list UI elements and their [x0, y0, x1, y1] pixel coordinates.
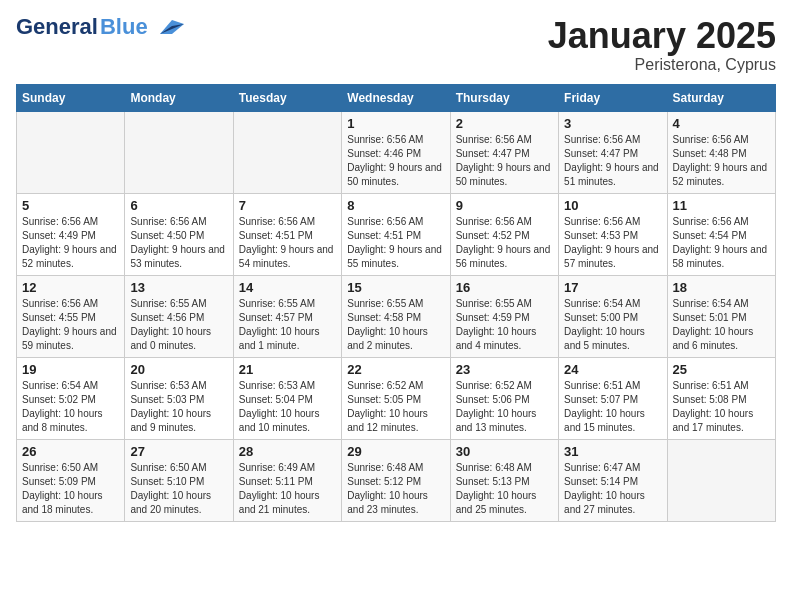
day-info: Sunrise: 6:47 AM Sunset: 5:14 PM Dayligh… [564, 461, 661, 517]
day-number: 10 [564, 198, 661, 213]
page-header: General Blue January 2025 Peristerona, C… [16, 16, 776, 74]
calendar-cell: 14Sunrise: 6:55 AM Sunset: 4:57 PM Dayli… [233, 275, 341, 357]
weekday-tuesday: Tuesday [233, 84, 341, 111]
calendar-cell: 30Sunrise: 6:48 AM Sunset: 5:13 PM Dayli… [450, 439, 558, 521]
day-info: Sunrise: 6:53 AM Sunset: 5:04 PM Dayligh… [239, 379, 336, 435]
calendar-cell: 9Sunrise: 6:56 AM Sunset: 4:52 PM Daylig… [450, 193, 558, 275]
day-info: Sunrise: 6:56 AM Sunset: 4:49 PM Dayligh… [22, 215, 119, 271]
day-info: Sunrise: 6:56 AM Sunset: 4:51 PM Dayligh… [347, 215, 444, 271]
day-info: Sunrise: 6:51 AM Sunset: 5:07 PM Dayligh… [564, 379, 661, 435]
day-number: 23 [456, 362, 553, 377]
calendar-week-2: 5Sunrise: 6:56 AM Sunset: 4:49 PM Daylig… [17, 193, 776, 275]
calendar-cell: 10Sunrise: 6:56 AM Sunset: 4:53 PM Dayli… [559, 193, 667, 275]
day-number: 24 [564, 362, 661, 377]
calendar-cell: 26Sunrise: 6:50 AM Sunset: 5:09 PM Dayli… [17, 439, 125, 521]
title-block: January 2025 Peristerona, Cyprus [548, 16, 776, 74]
day-info: Sunrise: 6:56 AM Sunset: 4:53 PM Dayligh… [564, 215, 661, 271]
day-info: Sunrise: 6:56 AM Sunset: 4:51 PM Dayligh… [239, 215, 336, 271]
day-number: 21 [239, 362, 336, 377]
calendar-table: SundayMondayTuesdayWednesdayThursdayFrid… [16, 84, 776, 522]
calendar-week-3: 12Sunrise: 6:56 AM Sunset: 4:55 PM Dayli… [17, 275, 776, 357]
day-number: 12 [22, 280, 119, 295]
weekday-wednesday: Wednesday [342, 84, 450, 111]
day-number: 13 [130, 280, 227, 295]
calendar-cell [125, 111, 233, 193]
calendar-cell: 5Sunrise: 6:56 AM Sunset: 4:49 PM Daylig… [17, 193, 125, 275]
day-info: Sunrise: 6:54 AM Sunset: 5:02 PM Dayligh… [22, 379, 119, 435]
day-info: Sunrise: 6:50 AM Sunset: 5:09 PM Dayligh… [22, 461, 119, 517]
calendar-subtitle: Peristerona, Cyprus [548, 56, 776, 74]
calendar-title: January 2025 [548, 16, 776, 56]
calendar-week-4: 19Sunrise: 6:54 AM Sunset: 5:02 PM Dayli… [17, 357, 776, 439]
calendar-cell: 6Sunrise: 6:56 AM Sunset: 4:50 PM Daylig… [125, 193, 233, 275]
calendar-cell: 23Sunrise: 6:52 AM Sunset: 5:06 PM Dayli… [450, 357, 558, 439]
calendar-cell: 15Sunrise: 6:55 AM Sunset: 4:58 PM Dayli… [342, 275, 450, 357]
day-info: Sunrise: 6:56 AM Sunset: 4:46 PM Dayligh… [347, 133, 444, 189]
calendar-cell: 17Sunrise: 6:54 AM Sunset: 5:00 PM Dayli… [559, 275, 667, 357]
day-number: 26 [22, 444, 119, 459]
day-number: 25 [673, 362, 770, 377]
day-info: Sunrise: 6:50 AM Sunset: 5:10 PM Dayligh… [130, 461, 227, 517]
day-number: 2 [456, 116, 553, 131]
calendar-cell: 22Sunrise: 6:52 AM Sunset: 5:05 PM Dayli… [342, 357, 450, 439]
logo-icon [152, 16, 184, 38]
weekday-thursday: Thursday [450, 84, 558, 111]
day-info: Sunrise: 6:56 AM Sunset: 4:50 PM Dayligh… [130, 215, 227, 271]
day-number: 6 [130, 198, 227, 213]
calendar-cell: 29Sunrise: 6:48 AM Sunset: 5:12 PM Dayli… [342, 439, 450, 521]
day-number: 16 [456, 280, 553, 295]
day-info: Sunrise: 6:55 AM Sunset: 4:56 PM Dayligh… [130, 297, 227, 353]
day-info: Sunrise: 6:55 AM Sunset: 4:57 PM Dayligh… [239, 297, 336, 353]
calendar-week-5: 26Sunrise: 6:50 AM Sunset: 5:09 PM Dayli… [17, 439, 776, 521]
day-info: Sunrise: 6:53 AM Sunset: 5:03 PM Dayligh… [130, 379, 227, 435]
day-info: Sunrise: 6:48 AM Sunset: 5:13 PM Dayligh… [456, 461, 553, 517]
calendar-cell: 27Sunrise: 6:50 AM Sunset: 5:10 PM Dayli… [125, 439, 233, 521]
calendar-cell: 21Sunrise: 6:53 AM Sunset: 5:04 PM Dayli… [233, 357, 341, 439]
calendar-cell: 7Sunrise: 6:56 AM Sunset: 4:51 PM Daylig… [233, 193, 341, 275]
weekday-header-row: SundayMondayTuesdayWednesdayThursdayFrid… [17, 84, 776, 111]
day-info: Sunrise: 6:56 AM Sunset: 4:47 PM Dayligh… [456, 133, 553, 189]
day-number: 30 [456, 444, 553, 459]
day-info: Sunrise: 6:52 AM Sunset: 5:05 PM Dayligh… [347, 379, 444, 435]
logo-blue: Blue [100, 16, 148, 38]
day-info: Sunrise: 6:49 AM Sunset: 5:11 PM Dayligh… [239, 461, 336, 517]
calendar-cell: 2Sunrise: 6:56 AM Sunset: 4:47 PM Daylig… [450, 111, 558, 193]
logo: General Blue [16, 16, 184, 38]
calendar-cell: 20Sunrise: 6:53 AM Sunset: 5:03 PM Dayli… [125, 357, 233, 439]
calendar-cell: 18Sunrise: 6:54 AM Sunset: 5:01 PM Dayli… [667, 275, 775, 357]
day-number: 9 [456, 198, 553, 213]
day-number: 18 [673, 280, 770, 295]
day-info: Sunrise: 6:56 AM Sunset: 4:48 PM Dayligh… [673, 133, 770, 189]
calendar-cell: 31Sunrise: 6:47 AM Sunset: 5:14 PM Dayli… [559, 439, 667, 521]
weekday-sunday: Sunday [17, 84, 125, 111]
day-number: 7 [239, 198, 336, 213]
day-info: Sunrise: 6:56 AM Sunset: 4:52 PM Dayligh… [456, 215, 553, 271]
day-number: 8 [347, 198, 444, 213]
calendar-cell [17, 111, 125, 193]
day-number: 31 [564, 444, 661, 459]
day-number: 5 [22, 198, 119, 213]
day-info: Sunrise: 6:55 AM Sunset: 4:59 PM Dayligh… [456, 297, 553, 353]
weekday-friday: Friday [559, 84, 667, 111]
calendar-cell: 4Sunrise: 6:56 AM Sunset: 4:48 PM Daylig… [667, 111, 775, 193]
day-number: 1 [347, 116, 444, 131]
day-number: 11 [673, 198, 770, 213]
day-number: 27 [130, 444, 227, 459]
day-info: Sunrise: 6:56 AM Sunset: 4:54 PM Dayligh… [673, 215, 770, 271]
day-info: Sunrise: 6:56 AM Sunset: 4:47 PM Dayligh… [564, 133, 661, 189]
day-number: 28 [239, 444, 336, 459]
day-info: Sunrise: 6:51 AM Sunset: 5:08 PM Dayligh… [673, 379, 770, 435]
day-number: 15 [347, 280, 444, 295]
logo-general: General [16, 16, 98, 38]
day-info: Sunrise: 6:48 AM Sunset: 5:12 PM Dayligh… [347, 461, 444, 517]
calendar-cell: 12Sunrise: 6:56 AM Sunset: 4:55 PM Dayli… [17, 275, 125, 357]
calendar-week-1: 1Sunrise: 6:56 AM Sunset: 4:46 PM Daylig… [17, 111, 776, 193]
day-info: Sunrise: 6:54 AM Sunset: 5:00 PM Dayligh… [564, 297, 661, 353]
calendar-cell: 13Sunrise: 6:55 AM Sunset: 4:56 PM Dayli… [125, 275, 233, 357]
calendar-cell: 19Sunrise: 6:54 AM Sunset: 5:02 PM Dayli… [17, 357, 125, 439]
weekday-saturday: Saturday [667, 84, 775, 111]
calendar-cell [667, 439, 775, 521]
calendar-cell: 16Sunrise: 6:55 AM Sunset: 4:59 PM Dayli… [450, 275, 558, 357]
calendar-cell: 1Sunrise: 6:56 AM Sunset: 4:46 PM Daylig… [342, 111, 450, 193]
calendar-cell: 8Sunrise: 6:56 AM Sunset: 4:51 PM Daylig… [342, 193, 450, 275]
